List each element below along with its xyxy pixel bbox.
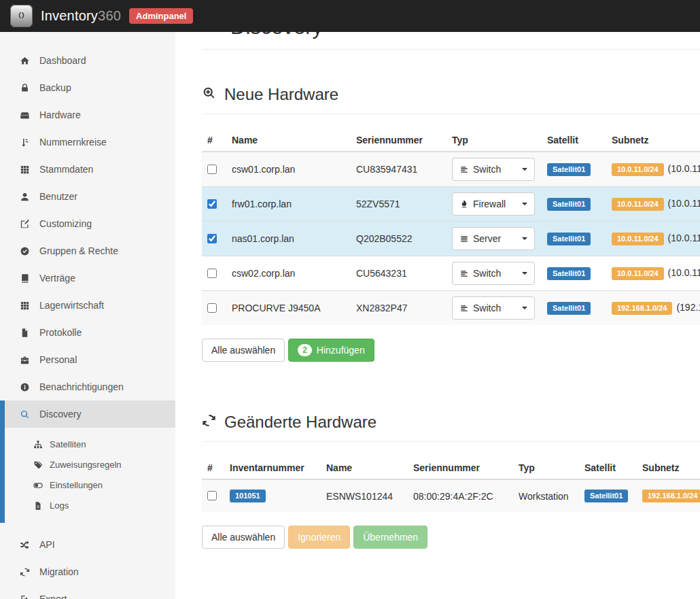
type-cell: Switch	[447, 291, 542, 326]
sidebar-item-label: Stammdaten	[39, 162, 93, 176]
add-button-label: Hinzufügen	[317, 344, 365, 356]
subnet-cell: 10.0.11.0/24(10.0.11.	[606, 152, 700, 187]
type-cell: Server	[447, 222, 542, 256]
row-checkbox[interactable]	[207, 165, 217, 174]
sidebar-item-discovery[interactable]: Discovery	[5, 400, 175, 428]
select-all-button[interactable]: Alle auswählen	[202, 339, 285, 362]
subnet-note: (10.0.11.	[668, 233, 700, 243]
sidebar-item-benachrichtigungen[interactable]: Benachrichtigungen	[0, 373, 175, 400]
satellite-badge: Satellit01	[547, 198, 591, 211]
subnet-note: (10.0.11.	[668, 163, 700, 174]
type-dropdown[interactable]: Server	[452, 227, 535, 250]
lock-icon	[19, 83, 30, 93]
select-all-button[interactable]: Alle auswählen	[202, 526, 285, 549]
brand-title: Inventory360	[41, 8, 121, 24]
sidebar-item-label: Verträge	[39, 271, 75, 285]
sidebar-item-api[interactable]: API	[0, 531, 175, 558]
sidebar-item-gruppen-rechte[interactable]: Gruppen & Rechte	[0, 237, 175, 264]
sidebar-item-export[interactable]: Export	[0, 585, 175, 599]
row-checkbox[interactable]	[207, 491, 217, 500]
sidebar-item-benutzer[interactable]: Benutzer	[0, 183, 175, 210]
sidebar-item-label: Migration	[39, 565, 79, 579]
type-dropdown[interactable]: Switch	[452, 262, 535, 285]
apply-button[interactable]: Übernehmen	[353, 526, 427, 549]
row-checkbox[interactable]	[207, 269, 217, 278]
sidebar-subitem-satelliten[interactable]: Satelliten	[5, 434, 175, 455]
type-dropdown-label: Switch	[473, 268, 501, 279]
sidebar-item-label: Nummernkreise	[39, 135, 107, 149]
sidebar-subitem-label: Einstellungen	[50, 480, 103, 491]
column-header-name: Name	[321, 457, 408, 479]
satellite-cell: Satellit01	[542, 187, 606, 222]
sidebar-item-dashboard[interactable]: Dashboard	[0, 47, 175, 74]
sidebar-item-customizing[interactable]: Customizing	[0, 210, 175, 237]
subnet-cell: 10.0.11.0/24(10.0.11.	[606, 256, 700, 291]
brackets-logo-icon	[16, 10, 27, 22]
sidebar-subitem-logs[interactable]: Logs	[5, 496, 175, 516]
sidebar-item-label: Gruppen & Rechte	[39, 244, 118, 258]
sidebar-subitem-zuweisungsregeln[interactable]: Zuweisungsregeln	[5, 455, 175, 475]
caret-down-icon	[522, 307, 527, 309]
sidebar-subitem-einstellungen[interactable]: Einstellungen	[5, 475, 175, 496]
briefcase-icon	[19, 355, 30, 365]
brand-suffix: 360	[98, 8, 121, 23]
sitemap-icon	[33, 440, 43, 449]
check-cell	[202, 222, 226, 256]
sidebar-item-backup[interactable]: Backup	[0, 74, 175, 101]
row-checkbox[interactable]	[207, 234, 217, 243]
serial-cell: 08:00:29:4A:2F:2C	[408, 479, 513, 512]
satellite-badge: Satellit01	[547, 302, 591, 315]
column-header-type: Typ	[513, 457, 579, 479]
type-dropdown-label: Switch	[473, 303, 501, 313]
satellite-cell: Satellit01	[542, 222, 606, 256]
column-header-serial: Seriennummer	[351, 129, 447, 152]
ignore-button[interactable]: Ignorieren	[288, 526, 350, 549]
refresh-icon	[19, 567, 30, 577]
sidebar-item-label: Customizing	[39, 217, 92, 230]
new-hardware-actions: Alle auswählen 2 Hinzufügen	[202, 339, 700, 362]
grid-icon	[19, 301, 30, 311]
type-dropdown[interactable]: Switch	[452, 158, 535, 181]
row-checkbox[interactable]	[207, 199, 217, 209]
sidebar-item-label: Benachrichtigungen	[39, 380, 124, 394]
user-icon	[19, 192, 30, 202]
satellite-badge: Satellit01	[547, 163, 591, 176]
name-cell: csw01.corp.lan	[226, 152, 351, 187]
sidebar-item-lagerwirtschaft[interactable]: Lagerwirtschaft	[0, 292, 175, 319]
table-header-row: # Name Seriennummer Typ Satellit Subnetz	[202, 129, 700, 152]
sidebar-item-label: Protokolle	[39, 326, 82, 339]
home-icon	[19, 56, 30, 66]
sidebar-item-stammdaten[interactable]: Stammdaten	[0, 156, 175, 183]
sidebar-item-nummernkreise[interactable]: Nummernkreise	[0, 129, 175, 156]
sidebar-subitem-label: Zuweisungsregeln	[50, 460, 122, 470]
file-icon	[19, 328, 30, 338]
caret-down-icon	[522, 272, 527, 275]
search-plus-icon	[202, 85, 216, 104]
name-cell: ESNWS101244	[321, 479, 408, 512]
adminpanel-badge: Adminpanel	[129, 8, 193, 24]
type-dropdown[interactable]: Firewall	[452, 192, 535, 216]
sidebar: DashboardBackupHardwareNummernkreiseStam…	[0, 32, 175, 599]
subnet-badge: 10.0.11.0/24	[612, 233, 664, 245]
search-icon	[19, 409, 30, 420]
add-button[interactable]: 2 Hinzufügen	[288, 339, 374, 362]
refresh-icon	[202, 413, 216, 432]
type-cell: Switch	[447, 256, 542, 291]
sidebar-item-migration[interactable]: Migration	[0, 558, 175, 585]
subnet-cell: 10.0.11.0/24(10.0.11.	[606, 187, 700, 222]
column-header-serial: Seriennummer	[408, 457, 513, 479]
type-dropdown[interactable]: Switch	[452, 296, 535, 320]
sidebar-submenu: SatellitenZuweisungsregelnEinstellungenL…	[5, 428, 175, 523]
caret-down-icon	[522, 203, 527, 205]
sidebar-item-label: Dashboard	[39, 54, 86, 67]
changed-hardware-table: # Inventarnummer Name Seriennummer Typ S…	[202, 457, 700, 512]
row-checkbox[interactable]	[207, 303, 217, 313]
sidebar-menu-bottom: APIMigrationExport	[0, 531, 175, 599]
sidebar-item-personal[interactable]: Personal	[0, 346, 175, 373]
main-content: Discovery Neue Hardware # Name Seriennum…	[175, 0, 700, 567]
column-header-check: #	[202, 129, 226, 152]
sidebar-item-protokolle[interactable]: Protokolle	[0, 319, 175, 346]
sidebar-item-verträge[interactable]: Verträge	[0, 264, 175, 292]
new-hardware-table: # Name Seriennummer Typ Satellit Subnetz…	[202, 129, 700, 325]
sidebar-item-hardware[interactable]: Hardware	[0, 101, 175, 129]
